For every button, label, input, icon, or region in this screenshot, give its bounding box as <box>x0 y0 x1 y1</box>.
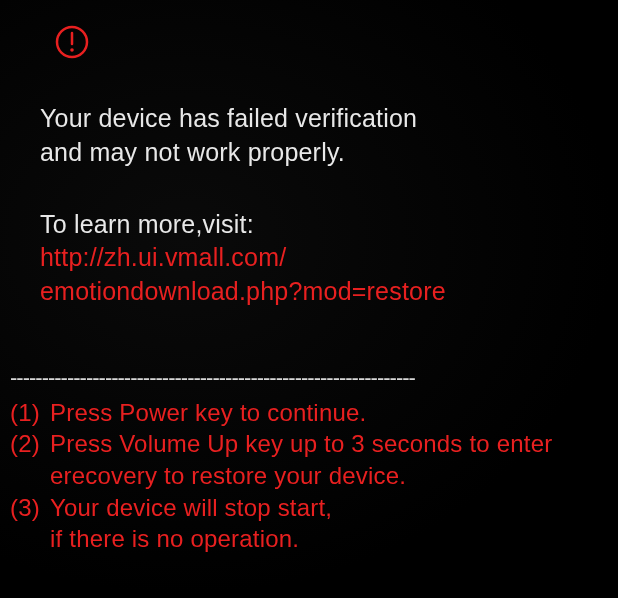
instruction-2: (2) Press Volume Up key up to 3 seconds … <box>10 428 578 491</box>
instruction-number: (3) <box>10 492 50 555</box>
svg-point-2 <box>70 48 74 52</box>
url-line-1: http://zh.ui.vmall.com/ <box>40 243 286 271</box>
verification-failed-message: Your device has failed verification and … <box>40 102 578 170</box>
bootloader-warning-screen: Your device has failed verification and … <box>0 0 618 575</box>
instruction-1: (1) Press Power key to continue. <box>10 397 578 429</box>
instruction-text: Press Volume Up key up to 3 seconds to e… <box>50 428 578 491</box>
instruction-3: (3) Your device will stop start,if there… <box>10 492 578 555</box>
instruction-text: Press Power key to continue. <box>50 397 578 429</box>
url-line-2: emotiondownload.php?mod=restore <box>40 277 446 305</box>
restore-url: http://zh.ui.vmall.com/ emotiondownload.… <box>40 241 578 309</box>
instruction-text: Your device will stop start,if there is … <box>50 492 578 555</box>
divider: ----------------------------------------… <box>10 365 610 391</box>
instruction-list: (1) Press Power key to continue. (2) Pre… <box>10 397 578 555</box>
instruction-number: (2) <box>10 428 50 491</box>
warning-circle-icon <box>54 24 578 60</box>
learn-more-label: To learn more,visit: <box>40 208 578 242</box>
instruction-number: (1) <box>10 397 50 429</box>
message-line-2: and may not work properly. <box>40 138 345 166</box>
message-line-1: Your device has failed verification <box>40 104 417 132</box>
